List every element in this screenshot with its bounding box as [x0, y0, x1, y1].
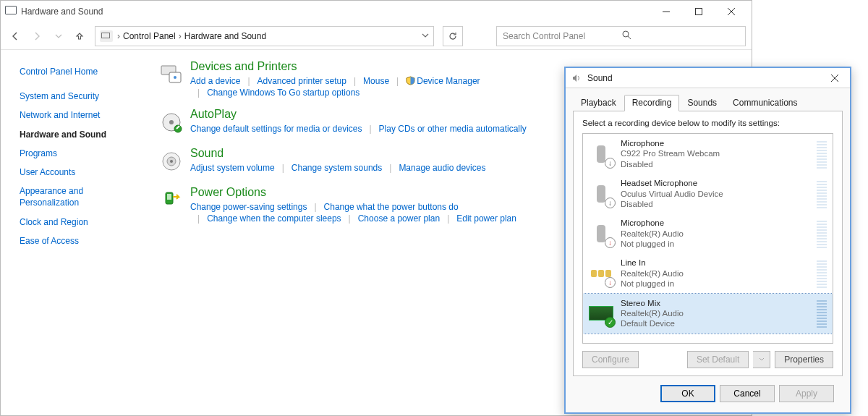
properties-button[interactable]: Properties — [775, 351, 833, 368]
search-input[interactable]: Search Control Panel — [496, 26, 746, 46]
search-icon — [621, 30, 740, 42]
link-change-windows-to-go-startup-options[interactable]: Change Windows To Go startup options — [207, 88, 359, 98]
link-change-what-the-power-buttons-do[interactable]: Change what the power buttons do — [324, 202, 459, 212]
device-icon: ↓ — [589, 142, 613, 166]
sidebar-item-clock-and-region[interactable]: Clock and Region — [20, 216, 132, 228]
chevron-down-icon[interactable] — [422, 31, 429, 41]
sidebar-item-hardware-and-sound[interactable]: Hardware and Sound — [20, 129, 132, 140]
recent-dropdown[interactable] — [50, 27, 67, 45]
refresh-button[interactable] — [443, 26, 463, 46]
device-status: Not plugged in — [621, 239, 684, 249]
device-sub: Realtek(R) Audio — [621, 229, 684, 239]
tab-playback[interactable]: Playback — [573, 95, 624, 111]
maximize-button[interactable] — [682, 1, 715, 22]
device-list[interactable]: ↓MicrophoneC922 Pro Stream WebcamDisable… — [582, 133, 833, 344]
ok-button[interactable]: OK — [660, 385, 715, 402]
device-name: Microphone — [621, 138, 720, 148]
link-mouse[interactable]: Mouse — [363, 76, 389, 86]
link-manage-audio-devices[interactable]: Manage audio devices — [399, 163, 485, 173]
link-advanced-printer-setup[interactable]: Advanced printer setup — [258, 76, 346, 86]
link-change-system-sounds[interactable]: Change system sounds — [292, 163, 382, 173]
svg-rect-16 — [167, 194, 171, 200]
section-title[interactable]: AutoPlay — [190, 108, 527, 121]
sidebar-item-programs[interactable]: Programs — [20, 148, 132, 159]
svg-rect-1 — [695, 9, 702, 15]
sidebar-item-appearance-and-personalization[interactable]: Appearance and Personalization — [20, 185, 132, 208]
link-choose-a-power-plan[interactable]: Choose a power plan — [358, 213, 440, 224]
set-default-dropdown[interactable] — [753, 351, 770, 368]
sound-dialog: Sound PlaybackRecordingSoundsCommunicati… — [564, 67, 851, 414]
dialog-close-button[interactable] — [825, 70, 844, 86]
device-name: Microphone — [621, 218, 684, 228]
device-item[interactable]: ✓Stereo MixRealtek(R) AudioDefault Devic… — [583, 294, 833, 334]
link-play-cds-or-other-media-automatically[interactable]: Play CDs or other media automatically — [379, 124, 527, 134]
divider: | — [282, 163, 284, 173]
apply-button[interactable]: Apply — [779, 385, 834, 402]
section-icon — [157, 60, 186, 89]
tab-recording[interactable]: Recording — [624, 95, 680, 111]
app-icon — [5, 6, 17, 17]
link-change-when-the-computer-sleeps[interactable]: Change when the computer sleeps — [207, 213, 341, 224]
configure-button[interactable]: Configure — [582, 351, 639, 368]
cancel-button[interactable]: Cancel — [720, 385, 775, 402]
sidebar-item-network-and-internet[interactable]: Network and Internet — [20, 109, 132, 121]
status-badge: ✓ — [605, 317, 616, 328]
forward-button[interactable] — [28, 27, 46, 45]
link-adjust-system-volume[interactable]: Adjust system volume — [190, 163, 275, 173]
level-meter — [817, 140, 827, 169]
svg-line-5 — [628, 36, 631, 39]
device-name: Headset Microphone — [621, 178, 723, 188]
breadcrumb[interactable]: › Control Panel › Hardware and Sound — [95, 26, 434, 46]
chevron-right-icon[interactable]: › — [179, 31, 182, 41]
tab-sounds[interactable]: Sounds — [679, 95, 725, 111]
breadcrumb-root[interactable]: Control Panel — [123, 31, 176, 41]
device-item[interactable]: ↓Headset MicrophoneOculus Virtual Audio … — [583, 174, 833, 213]
svg-point-14 — [170, 160, 173, 163]
device-item[interactable]: ↓MicrophoneRealtek(R) AudioNot plugged i… — [583, 213, 833, 253]
link-edit-power-plan[interactable]: Edit power plan — [456, 213, 516, 224]
sidebar-item-ease-of-access[interactable]: Ease of Access — [20, 235, 132, 247]
tab-panel-recording: Select a recording device below to modif… — [573, 111, 843, 376]
breadcrumb-icon — [100, 30, 113, 42]
status-badge: ↓ — [605, 158, 616, 169]
level-meter — [817, 179, 827, 208]
status-badge: ↓ — [605, 237, 616, 248]
divider: | — [197, 88, 200, 98]
link-change-default-settings-for-media-or-devices[interactable]: Change default settings for media or dev… — [190, 124, 362, 134]
divider: | — [396, 76, 399, 86]
device-status: Default Device — [621, 318, 684, 328]
titlebar[interactable]: Hardware and Sound — [1, 1, 752, 22]
svg-point-4 — [623, 31, 629, 37]
status-badge: ↓ — [605, 198, 616, 208]
device-item[interactable]: ↓MicrophoneC922 Pro Stream WebcamDisable… — [583, 134, 833, 174]
level-meter — [817, 259, 827, 288]
sidebar-home[interactable]: Control Panel Home — [20, 66, 132, 77]
device-item[interactable]: ↓Line InRealtek(R) AudioNot plugged in — [583, 253, 833, 293]
divider: | — [197, 213, 200, 224]
breadcrumb-leaf[interactable]: Hardware and Sound — [184, 31, 266, 41]
link-add-a-device[interactable]: Add a device — [190, 76, 240, 86]
up-button[interactable] — [72, 28, 88, 44]
device-name: Stereo Mix — [621, 298, 684, 308]
window-title: Hardware and Sound — [21, 7, 650, 17]
section-title[interactable]: Sound — [190, 147, 485, 160]
back-button[interactable] — [7, 27, 24, 45]
link-device-manager[interactable]: Device Manager — [406, 76, 480, 86]
minimize-button[interactable] — [650, 1, 682, 22]
divider: | — [247, 76, 250, 86]
section-icon — [157, 186, 186, 215]
set-default-button[interactable]: Set Default — [687, 351, 749, 368]
close-button[interactable] — [715, 1, 747, 22]
device-icon: ↓ — [589, 221, 613, 246]
section-icon — [157, 147, 186, 176]
link-change-power-saving-settings[interactable]: Change power-saving settings — [190, 202, 307, 212]
sidebar-item-user-accounts[interactable]: User Accounts — [20, 166, 132, 178]
dialog-titlebar[interactable]: Sound — [566, 68, 850, 88]
divider: | — [447, 213, 449, 224]
divider: | — [349, 213, 351, 224]
device-icon: ✓ — [589, 301, 613, 326]
chevron-right-icon[interactable]: › — [117, 31, 120, 41]
nav-bar: › Control Panel › Hardware and Sound Sea… — [1, 22, 752, 50]
tab-communications[interactable]: Communications — [725, 95, 805, 111]
sidebar-item-system-and-security[interactable]: System and Security — [20, 90, 132, 102]
